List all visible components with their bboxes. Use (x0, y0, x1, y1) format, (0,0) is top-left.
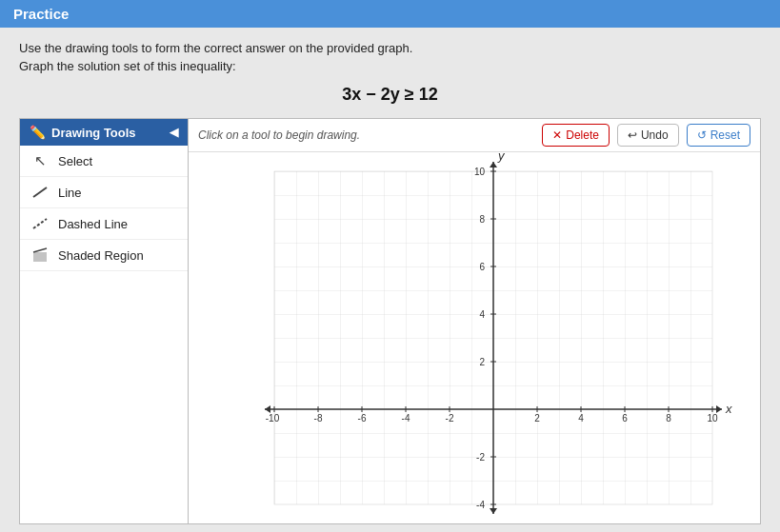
graph-svg: x y -10 -8 -6 -4 -2 2 (189, 152, 760, 523)
svg-text:2: 2 (534, 413, 540, 424)
svg-text:10: 10 (707, 413, 718, 424)
svg-text:2: 2 (479, 357, 485, 367)
reset-icon: ↺ (697, 128, 707, 142)
svg-line-3 (33, 248, 47, 252)
svg-rect-2 (33, 252, 47, 262)
svg-text:-2: -2 (476, 452, 485, 463)
tool-line-label: Line (58, 186, 82, 200)
tools-panel-title: Drawing Tools (51, 126, 136, 140)
svg-text:-4: -4 (402, 413, 410, 424)
svg-text:4: 4 (578, 413, 584, 424)
svg-text:-8: -8 (314, 413, 323, 424)
svg-text:4: 4 (479, 309, 485, 320)
svg-text:8: 8 (479, 214, 485, 225)
graph-toolbar: Click on a tool to begin drawing. ✕ Dele… (189, 119, 760, 152)
svg-marker-10 (490, 508, 497, 514)
dashed-line-icon (30, 215, 50, 232)
graph-canvas[interactable]: x y -10 -8 -6 -4 -2 2 (189, 152, 760, 523)
reset-button[interactable]: ↺ Reset (687, 124, 750, 147)
svg-marker-6 (716, 405, 722, 413)
svg-text:-2: -2 (446, 413, 454, 424)
svg-marker-9 (490, 162, 497, 167)
undo-button[interactable]: ↩ Undo (617, 124, 679, 147)
reset-label: Reset (710, 128, 740, 142)
svg-text:8: 8 (666, 413, 671, 424)
svg-text:-6: -6 (358, 413, 367, 424)
tool-dashed-line[interactable]: Dashed Line (20, 208, 188, 240)
svg-line-1 (33, 219, 47, 228)
select-icon: ↖ (30, 152, 50, 169)
top-bar: Practice (0, 0, 780, 28)
content-area: Use the drawing tools to form the correc… (0, 28, 780, 532)
undo-label: Undo (641, 128, 669, 142)
main-area: ✏️ Drawing Tools ◀ ↖ Select Line Dashed … (19, 118, 761, 524)
tool-dashed-label: Dashed Line (58, 217, 128, 231)
collapse-icon[interactable]: ◀ (170, 126, 178, 139)
top-bar-label: Practice (13, 6, 69, 22)
svg-text:-4: -4 (476, 500, 485, 510)
undo-icon: ↩ (628, 128, 637, 142)
svg-text:6: 6 (622, 413, 628, 424)
instruction-line1: Use the drawing tools to form the correc… (19, 41, 761, 55)
tool-line[interactable]: Line (20, 177, 188, 208)
svg-text:6: 6 (479, 262, 485, 272)
svg-text:x: x (725, 402, 732, 416)
svg-line-0 (33, 187, 47, 197)
tools-panel-header: ✏️ Drawing Tools ◀ (20, 119, 188, 146)
toolbar-hint: Click on a tool to begin drawing. (198, 128, 534, 142)
shaded-region-icon (30, 246, 50, 264)
svg-text:10: 10 (474, 167, 486, 177)
tool-select-label: Select (58, 154, 92, 168)
svg-text:y: y (497, 152, 506, 163)
equation-display: 3x − 2y ≥ 12 (19, 85, 761, 105)
graph-area[interactable]: Click on a tool to begin drawing. ✕ Dele… (189, 118, 761, 524)
instruction-line2: Graph the solution set of this inequalit… (19, 59, 761, 73)
tool-shaded-region[interactable]: Shaded Region (20, 240, 188, 271)
svg-text:-10: -10 (266, 413, 280, 424)
tool-select[interactable]: ↖ Select (20, 146, 188, 177)
line-icon (30, 184, 50, 201)
delete-label: Delete (566, 128, 599, 142)
tool-shaded-label: Shaded Region (58, 248, 144, 263)
delete-button[interactable]: ✕ Delete (542, 124, 610, 147)
delete-icon: ✕ (552, 128, 562, 142)
tools-panel: ✏️ Drawing Tools ◀ ↖ Select Line Dashed … (19, 118, 189, 524)
pencil-icon: ✏️ (30, 125, 46, 140)
svg-marker-7 (265, 405, 270, 413)
